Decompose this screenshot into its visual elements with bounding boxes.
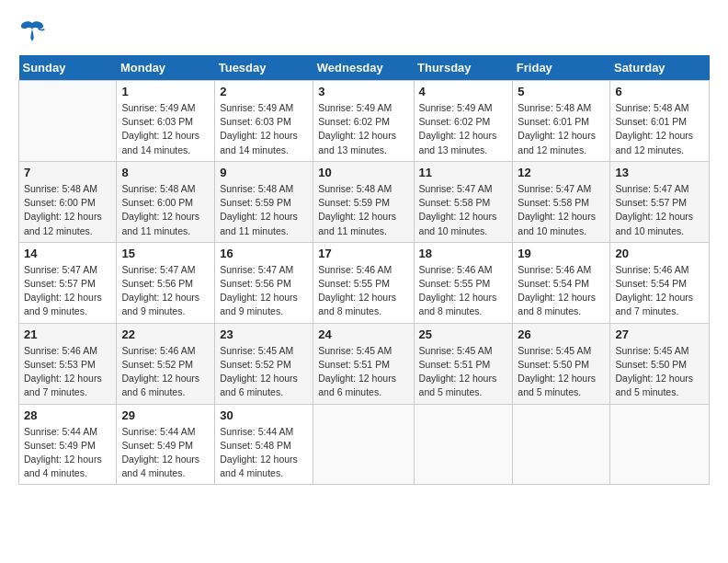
- calendar-cell: 6Sunrise: 5:48 AM Sunset: 6:01 PM Daylig…: [610, 81, 710, 162]
- day-info: Sunrise: 5:48 AM Sunset: 6:01 PM Dayligh…: [518, 101, 605, 157]
- calendar-cell: [19, 81, 117, 162]
- calendar-cell: 20Sunrise: 5:46 AM Sunset: 5:54 PM Dayli…: [610, 242, 710, 323]
- calendar-cell: 4Sunrise: 5:49 AM Sunset: 6:02 PM Daylig…: [414, 81, 513, 162]
- day-number: 12: [518, 166, 605, 179]
- day-info: Sunrise: 5:47 AM Sunset: 5:57 PM Dayligh…: [615, 182, 704, 238]
- day-info: Sunrise: 5:45 AM Sunset: 5:51 PM Dayligh…: [318, 344, 408, 400]
- calendar-header-row: SundayMondayTuesdayWednesdayThursdayFrid…: [19, 55, 710, 81]
- day-number: 25: [419, 327, 508, 341]
- day-number: 26: [518, 327, 605, 341]
- calendar-table: SundayMondayTuesdayWednesdayThursdayFrid…: [18, 55, 710, 485]
- day-info: Sunrise: 5:48 AM Sunset: 5:59 PM Dayligh…: [318, 182, 408, 238]
- day-info: Sunrise: 5:47 AM Sunset: 5:56 PM Dayligh…: [121, 263, 210, 319]
- calendar-cell: 2Sunrise: 5:49 AM Sunset: 6:03 PM Daylig…: [215, 81, 313, 162]
- day-info: Sunrise: 5:47 AM Sunset: 5:57 PM Dayligh…: [24, 263, 111, 319]
- day-number: 4: [419, 85, 508, 98]
- day-number: 17: [318, 247, 408, 260]
- calendar-cell: 14Sunrise: 5:47 AM Sunset: 5:57 PM Dayli…: [19, 242, 117, 323]
- calendar-cell: [610, 404, 710, 485]
- calendar-cell: 10Sunrise: 5:48 AM Sunset: 5:59 PM Dayli…: [313, 161, 414, 242]
- day-info: Sunrise: 5:46 AM Sunset: 5:54 PM Dayligh…: [518, 263, 605, 319]
- day-number: 28: [24, 408, 111, 422]
- calendar-cell: 1Sunrise: 5:49 AM Sunset: 6:03 PM Daylig…: [117, 81, 215, 162]
- day-info: Sunrise: 5:45 AM Sunset: 5:50 PM Dayligh…: [615, 344, 704, 400]
- day-info: Sunrise: 5:48 AM Sunset: 6:00 PM Dayligh…: [121, 182, 210, 238]
- day-number: 6: [615, 85, 704, 98]
- calendar-week-row: 14Sunrise: 5:47 AM Sunset: 5:57 PM Dayli…: [19, 242, 710, 323]
- calendar-cell: [313, 404, 414, 485]
- day-number: 21: [24, 327, 111, 341]
- day-number: 13: [615, 166, 704, 179]
- calendar-cell: 19Sunrise: 5:46 AM Sunset: 5:54 PM Dayli…: [513, 242, 610, 323]
- calendar-cell: 23Sunrise: 5:45 AM Sunset: 5:52 PM Dayli…: [215, 323, 313, 404]
- day-info: Sunrise: 5:46 AM Sunset: 5:53 PM Dayligh…: [24, 344, 111, 400]
- day-info: Sunrise: 5:45 AM Sunset: 5:52 PM Dayligh…: [220, 344, 308, 400]
- day-number: 2: [220, 85, 308, 98]
- day-number: 5: [518, 85, 605, 98]
- day-info: Sunrise: 5:46 AM Sunset: 5:52 PM Dayligh…: [121, 344, 210, 400]
- day-number: 15: [121, 247, 210, 260]
- calendar-cell: 21Sunrise: 5:46 AM Sunset: 5:53 PM Dayli…: [19, 323, 117, 404]
- calendar-cell: 24Sunrise: 5:45 AM Sunset: 5:51 PM Dayli…: [313, 323, 414, 404]
- logo: [18, 18, 50, 46]
- day-number: 29: [121, 408, 210, 422]
- day-number: 27: [615, 327, 704, 341]
- day-info: Sunrise: 5:49 AM Sunset: 6:03 PM Dayligh…: [121, 101, 210, 157]
- day-info: Sunrise: 5:44 AM Sunset: 5:48 PM Dayligh…: [220, 425, 308, 481]
- day-info: Sunrise: 5:45 AM Sunset: 5:51 PM Dayligh…: [419, 344, 508, 400]
- calendar-cell: 25Sunrise: 5:45 AM Sunset: 5:51 PM Dayli…: [414, 323, 513, 404]
- day-number: 30: [220, 408, 308, 422]
- calendar-cell: 18Sunrise: 5:46 AM Sunset: 5:55 PM Dayli…: [414, 242, 513, 323]
- calendar-cell: [513, 404, 610, 485]
- calendar-cell: 26Sunrise: 5:45 AM Sunset: 5:50 PM Dayli…: [513, 323, 610, 404]
- day-number: 8: [121, 166, 210, 179]
- page-header: [18, 18, 710, 46]
- calendar-cell: 28Sunrise: 5:44 AM Sunset: 5:49 PM Dayli…: [19, 404, 117, 485]
- calendar-cell: 15Sunrise: 5:47 AM Sunset: 5:56 PM Dayli…: [117, 242, 215, 323]
- day-header-sunday: Sunday: [19, 55, 117, 81]
- calendar-cell: 16Sunrise: 5:47 AM Sunset: 5:56 PM Dayli…: [215, 242, 313, 323]
- calendar-cell: [414, 404, 513, 485]
- day-header-saturday: Saturday: [610, 55, 710, 81]
- day-header-tuesday: Tuesday: [215, 55, 313, 81]
- day-info: Sunrise: 5:46 AM Sunset: 5:54 PM Dayligh…: [615, 263, 704, 319]
- day-number: 1: [121, 85, 210, 98]
- calendar-cell: 5Sunrise: 5:48 AM Sunset: 6:01 PM Daylig…: [513, 81, 610, 162]
- day-number: 14: [24, 247, 111, 260]
- day-info: Sunrise: 5:48 AM Sunset: 6:01 PM Dayligh…: [615, 101, 704, 157]
- calendar-week-row: 21Sunrise: 5:46 AM Sunset: 5:53 PM Dayli…: [19, 323, 710, 404]
- day-number: 23: [220, 327, 308, 341]
- calendar-cell: 11Sunrise: 5:47 AM Sunset: 5:58 PM Dayli…: [414, 161, 513, 242]
- day-info: Sunrise: 5:44 AM Sunset: 5:49 PM Dayligh…: [24, 425, 111, 481]
- day-header-wednesday: Wednesday: [313, 55, 414, 81]
- day-number: 3: [318, 85, 408, 98]
- day-header-thursday: Thursday: [414, 55, 513, 81]
- day-info: Sunrise: 5:46 AM Sunset: 5:55 PM Dayligh…: [419, 263, 508, 319]
- calendar-cell: 8Sunrise: 5:48 AM Sunset: 6:00 PM Daylig…: [117, 161, 215, 242]
- day-info: Sunrise: 5:49 AM Sunset: 6:03 PM Dayligh…: [220, 101, 308, 157]
- calendar-cell: 13Sunrise: 5:47 AM Sunset: 5:57 PM Dayli…: [610, 161, 710, 242]
- day-info: Sunrise: 5:45 AM Sunset: 5:50 PM Dayligh…: [518, 344, 605, 400]
- day-number: 22: [121, 327, 210, 341]
- day-info: Sunrise: 5:44 AM Sunset: 5:49 PM Dayligh…: [121, 425, 210, 481]
- day-number: 10: [318, 166, 408, 179]
- day-number: 11: [419, 166, 508, 179]
- logo-icon: [18, 18, 46, 46]
- day-info: Sunrise: 5:49 AM Sunset: 6:02 PM Dayligh…: [318, 101, 408, 157]
- calendar-week-row: 28Sunrise: 5:44 AM Sunset: 5:49 PM Dayli…: [19, 404, 710, 485]
- calendar-cell: 29Sunrise: 5:44 AM Sunset: 5:49 PM Dayli…: [117, 404, 215, 485]
- day-info: Sunrise: 5:47 AM Sunset: 5:58 PM Dayligh…: [518, 182, 605, 238]
- day-info: Sunrise: 5:48 AM Sunset: 6:00 PM Dayligh…: [24, 182, 111, 238]
- calendar-cell: 7Sunrise: 5:48 AM Sunset: 6:00 PM Daylig…: [19, 161, 117, 242]
- day-number: 20: [615, 247, 704, 260]
- day-number: 24: [318, 327, 408, 341]
- calendar-cell: 12Sunrise: 5:47 AM Sunset: 5:58 PM Dayli…: [513, 161, 610, 242]
- calendar-week-row: 7Sunrise: 5:48 AM Sunset: 6:00 PM Daylig…: [19, 161, 710, 242]
- day-number: 19: [518, 247, 605, 260]
- day-number: 7: [24, 166, 111, 179]
- calendar-cell: 9Sunrise: 5:48 AM Sunset: 5:59 PM Daylig…: [215, 161, 313, 242]
- day-number: 18: [419, 247, 508, 260]
- calendar-cell: 17Sunrise: 5:46 AM Sunset: 5:55 PM Dayli…: [313, 242, 414, 323]
- day-info: Sunrise: 5:46 AM Sunset: 5:55 PM Dayligh…: [318, 263, 408, 319]
- calendar-cell: 27Sunrise: 5:45 AM Sunset: 5:50 PM Dayli…: [610, 323, 710, 404]
